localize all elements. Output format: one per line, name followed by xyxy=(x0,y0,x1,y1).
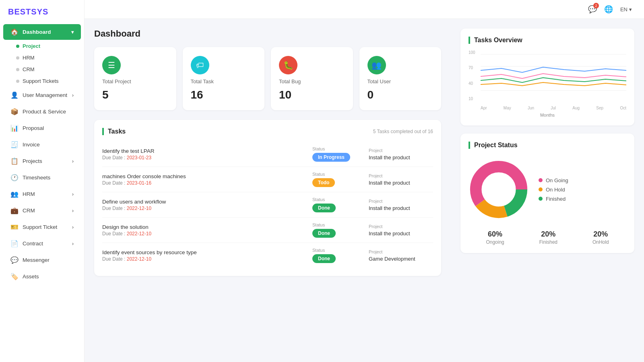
crm-icon: 💼 xyxy=(10,207,19,214)
tasks-header: Tasks 5 Tasks completed out of 16 xyxy=(102,128,433,135)
project-status-card: Project Status On Going xyxy=(460,134,634,253)
tasks-card: Tasks 5 Tasks completed out of 16 Identi… xyxy=(94,120,441,276)
project-name: Install the product xyxy=(369,230,433,237)
chevron-right-icon: › xyxy=(72,158,74,164)
legend-finished-label: Finished xyxy=(546,196,566,202)
sidebar-timesheets-label: Timesheets xyxy=(23,175,50,181)
product-icon: 📦 xyxy=(10,108,19,115)
finished-label: Finished xyxy=(539,239,557,245)
project-status-title: Project Status xyxy=(469,142,626,149)
legend-onhold: On Hold xyxy=(539,187,568,193)
status-badge: Done xyxy=(312,204,336,212)
sidebar-item-invoice[interactable]: 🧾 Invoice xyxy=(3,137,81,152)
legend-ongoing: On Going xyxy=(539,177,568,183)
status-label: Status xyxy=(312,222,365,227)
sidebar-item-messenger[interactable]: 💬 Messenger xyxy=(3,252,81,268)
ongoing-value: 60% xyxy=(486,230,504,239)
task-info: machines Order console machines Due Date… xyxy=(102,173,308,186)
sidebar: BESTSYS 🏠 Dashboard ▾ Project HRM CRM Su… xyxy=(0,0,85,362)
task-due-date: 2022-12-10 xyxy=(127,256,151,262)
sidebar-item-timesheets[interactable]: 🕐 Timesheets xyxy=(3,170,81,185)
total-bug-value: 10 xyxy=(279,88,345,101)
status-badge: Todo xyxy=(312,178,335,187)
task-row[interactable]: Design the solution Due Date : 2022-12-1… xyxy=(102,218,433,243)
status-badge: In Progress xyxy=(312,153,350,162)
task-project-col: Project Install the product xyxy=(369,173,433,186)
svg-point-7 xyxy=(483,174,515,206)
tasks-title: Tasks xyxy=(102,128,126,135)
project-name: Install the product xyxy=(369,154,433,160)
donut-stats: 60% Ongoing 20% Finished 20% OnHold xyxy=(469,230,626,245)
onhold-value: 20% xyxy=(592,230,609,239)
task-due-date: 2023-01-23 xyxy=(127,155,151,160)
sidebar-item-user-management[interactable]: 👤 User Management › xyxy=(3,87,81,103)
finished-value: 20% xyxy=(539,230,557,239)
task-due: Due Date : 2022-12-10 xyxy=(102,206,308,211)
stat-onhold: 20% OnHold xyxy=(592,230,609,245)
sidebar-item-crm[interactable]: 💼 CRM › xyxy=(3,203,81,218)
task-due: Due Date : 2022-12-10 xyxy=(102,231,308,237)
page-title: Dashboard xyxy=(94,29,441,39)
project-label: Project xyxy=(369,199,433,204)
notification-badge: 2 xyxy=(593,3,599,8)
task-name: machines Order console machines xyxy=(102,173,308,179)
assets-icon: 🏷️ xyxy=(10,273,19,280)
project-label: Project xyxy=(369,148,433,153)
chart-x-labels: Apr May Jun Jul Aug Sep Oct xyxy=(481,106,626,110)
sidebar-item-assets[interactable]: 🏷️ Assets xyxy=(3,269,81,284)
stat-ongoing: 60% Ongoing xyxy=(486,230,504,245)
task-row[interactable]: machines Order console machines Due Date… xyxy=(102,167,433,192)
project-name: Install the product xyxy=(369,180,433,186)
sidebar-item-projects[interactable]: 📋 Projects › xyxy=(3,153,81,169)
tasks-overview-chart: 100 70 40 10 xyxy=(469,50,626,103)
sidebar-item-hrm[interactable]: 👥 HRM › xyxy=(3,186,81,202)
chevron-right-icon: › xyxy=(72,93,74,98)
sidebar-item-contract[interactable]: 📄 Contract › xyxy=(3,236,81,251)
chevron-down-icon: ▾ xyxy=(629,6,632,12)
right-panel: Tasks Overview 100 70 40 10 xyxy=(451,19,644,362)
task-due: Due Date : 2022-12-10 xyxy=(102,256,308,262)
task-info: Identify the test LPAR Due Date : 2023-0… xyxy=(102,148,308,160)
donut-legend: On Going On Hold Finished xyxy=(539,177,568,202)
home-icon: 🏠 xyxy=(10,28,19,36)
legend-finished: Finished xyxy=(539,196,568,202)
sidebar-hrm2-label: HRM xyxy=(23,191,35,197)
sidebar-item-support-sub[interactable]: Support Tickets xyxy=(0,75,84,87)
language-selector[interactable]: EN ▾ xyxy=(620,6,632,12)
sidebar-projects-label: Projects xyxy=(23,158,42,164)
left-panel: Dashboard ☰ Total Project 5 🏷 Total Task… xyxy=(85,19,451,362)
task-row[interactable]: Identify the test LPAR Due Date : 2023-0… xyxy=(102,142,433,167)
status-label: Status xyxy=(312,197,365,202)
sidebar-hrm-label: HRM xyxy=(23,55,35,61)
sidebar-item-crm-sub[interactable]: CRM xyxy=(0,64,84,75)
sidebar-item-product-service[interactable]: 📦 Product & Service xyxy=(3,104,81,119)
task-project-col: Project Install the product xyxy=(369,224,433,237)
sidebar-item-support-ticket[interactable]: 🎫 Support Ticket › xyxy=(3,219,81,235)
stat-finished: 20% Finished xyxy=(539,230,557,245)
globe-icon[interactable]: 🌐 xyxy=(604,5,613,14)
dot-icon xyxy=(16,56,19,60)
task-due-date: 2022-12-10 xyxy=(127,231,151,237)
donut-area: On Going On Hold Finished xyxy=(469,155,626,224)
task-row[interactable]: Identify event sources by resource type … xyxy=(102,243,433,268)
notification-button[interactable]: 💬 2 xyxy=(588,5,597,14)
timesheets-icon: 🕐 xyxy=(10,174,19,181)
task-row[interactable]: Define users and workflow Due Date : 202… xyxy=(102,192,433,218)
stat-card-total-project: ☰ Total Project 5 xyxy=(94,47,176,110)
contract-icon: 📄 xyxy=(10,240,19,247)
sidebar-proposal-label: Proposal xyxy=(23,125,44,131)
sidebar-item-project[interactable]: Project xyxy=(0,40,84,52)
project-name: Install the product xyxy=(369,205,433,211)
sidebar-item-proposal[interactable]: 📊 Proposal xyxy=(3,120,81,136)
sidebar-item-dashboard[interactable]: 🏠 Dashboard ▾ xyxy=(3,24,81,40)
total-project-value: 5 xyxy=(102,88,168,101)
sidebar-item-hrm-sub[interactable]: HRM xyxy=(0,52,84,64)
sidebar-crm-label: CRM xyxy=(23,66,35,72)
task-due-date: 2023-01-16 xyxy=(127,180,151,186)
total-bug-icon: 🐛 xyxy=(279,56,297,74)
task-info: Define users and workflow Due Date : 202… xyxy=(102,199,308,211)
tasks-list: Identify the test LPAR Due Date : 2023-0… xyxy=(102,142,433,268)
total-user-value: 0 xyxy=(367,88,433,101)
legend-onhold-label: On Hold xyxy=(546,187,565,193)
sidebar-invoice-label: Invoice xyxy=(23,142,40,148)
